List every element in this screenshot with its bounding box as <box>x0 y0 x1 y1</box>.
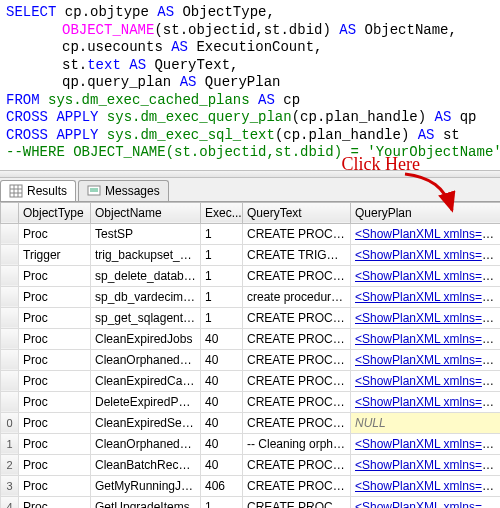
table-row[interactable]: Triggertrig_backupset_d...1CREATE TRIGGE… <box>1 244 501 265</box>
row-header[interactable]: 3 <box>1 475 19 496</box>
cell-exec[interactable]: 40 <box>201 349 243 370</box>
showplan-link[interactable]: <ShowPlanXML xmlns="http <box>355 311 500 325</box>
cell-qtext[interactable]: CREATE PROCE... <box>243 475 351 496</box>
cell-exec[interactable]: 40 <box>201 370 243 391</box>
showplan-link[interactable]: <ShowPlanXML xmlns="http <box>355 269 500 283</box>
cell-qtext[interactable]: CREATE TRIGGE... <box>243 244 351 265</box>
cell-objtype[interactable]: Proc <box>19 454 91 475</box>
cell-exec[interactable]: 1 <box>201 307 243 328</box>
results-grid[interactable]: ObjectType ObjectName Exec... QueryText … <box>0 202 500 509</box>
showplan-link[interactable]: <ShowPlanXML xmlns="http <box>355 500 500 509</box>
cell-objtype[interactable]: Proc <box>19 370 91 391</box>
table-row[interactable]: ProcCleanExpiredCache40CREATE PROCE...<S… <box>1 370 501 391</box>
table-row[interactable]: Procsp_db_vardecima...1create procedure … <box>1 286 501 307</box>
cell-objname[interactable]: sp_get_sqlagent_... <box>91 307 201 328</box>
cell-objname[interactable]: CleanExpiredCache <box>91 370 201 391</box>
row-header[interactable] <box>1 349 19 370</box>
table-row[interactable]: 4ProcGetUpgradeItems1CREATE PROCE...<Sho… <box>1 496 501 508</box>
showplan-link[interactable]: <ShowPlanXML xmlns="http <box>355 374 500 388</box>
cell-objname[interactable]: GetMyRunningJobs <box>91 475 201 496</box>
cell-exec[interactable]: 1 <box>201 286 243 307</box>
row-header[interactable] <box>1 286 19 307</box>
cell-queryplan[interactable]: <ShowPlanXML xmlns="http <box>351 265 501 286</box>
cell-exec[interactable]: 406 <box>201 475 243 496</box>
cell-exec[interactable]: 1 <box>201 244 243 265</box>
cell-objtype[interactable]: Proc <box>19 328 91 349</box>
table-row[interactable]: ProcDeleteExpiredPer...40CREATE PROCE...… <box>1 391 501 412</box>
cell-queryplan[interactable]: <ShowPlanXML xmlns="http <box>351 475 501 496</box>
cell-exec[interactable]: 40 <box>201 328 243 349</box>
showplan-link[interactable]: <ShowPlanXML xmlns="http <box>355 227 500 241</box>
cell-exec[interactable]: 1 <box>201 223 243 244</box>
cell-objname[interactable]: CleanExpiredJobs <box>91 328 201 349</box>
showplan-link[interactable]: <ShowPlanXML xmlns="http <box>355 248 500 262</box>
cell-objtype[interactable]: Proc <box>19 223 91 244</box>
cell-objtype[interactable]: Proc <box>19 433 91 454</box>
row-header[interactable]: 4 <box>1 496 19 508</box>
col-querytext[interactable]: QueryText <box>243 202 351 223</box>
cell-qtext[interactable]: CREATE PROCE... <box>243 454 351 475</box>
cell-objtype[interactable]: Proc <box>19 349 91 370</box>
cell-queryplan[interactable]: <ShowPlanXML xmlns="http <box>351 307 501 328</box>
row-header[interactable] <box>1 244 19 265</box>
cell-qtext[interactable]: CREATE PROCE... <box>243 349 351 370</box>
showplan-link[interactable]: <ShowPlanXML xmlns="http <box>355 437 500 451</box>
cell-queryplan[interactable]: <ShowPlanXML xmlns="http <box>351 244 501 265</box>
cell-objtype[interactable]: Proc <box>19 286 91 307</box>
row-header[interactable] <box>1 328 19 349</box>
row-header[interactable] <box>1 223 19 244</box>
cell-objname[interactable]: sp_delete_databa... <box>91 265 201 286</box>
row-header[interactable] <box>1 370 19 391</box>
row-header[interactable] <box>1 391 19 412</box>
cell-queryplan[interactable]: <ShowPlanXML xmlns="http <box>351 223 501 244</box>
cell-qtext[interactable]: CREATE PROCE... <box>243 307 351 328</box>
cell-qtext[interactable]: CREATE PROCE... <box>243 412 351 433</box>
row-header[interactable]: 1 <box>1 433 19 454</box>
cell-queryplan[interactable]: NULL <box>351 412 501 433</box>
cell-objname[interactable]: DeleteExpiredPer... <box>91 391 201 412</box>
cell-objname[interactable]: CleanOrphanedP... <box>91 433 201 454</box>
cell-objname[interactable]: sp_db_vardecima... <box>91 286 201 307</box>
cell-objname[interactable]: CleanExpiredSess... <box>91 412 201 433</box>
col-objecttype[interactable]: ObjectType <box>19 202 91 223</box>
cell-objname[interactable]: CleanOrphanedTes <box>91 349 201 370</box>
cell-qtext[interactable]: CREATE PROCE... <box>243 265 351 286</box>
showplan-link[interactable]: <ShowPlanXML xmlns="http <box>355 479 500 493</box>
table-row[interactable]: Procsp_get_sqlagent_...1CREATE PROCE...<… <box>1 307 501 328</box>
table-row[interactable]: 2ProcCleanBatchRecor...40CREATE PROCE...… <box>1 454 501 475</box>
cell-exec[interactable]: 40 <box>201 412 243 433</box>
cell-qtext[interactable]: -- Cleaning orphan... <box>243 433 351 454</box>
cell-objtype[interactable]: Trigger <box>19 244 91 265</box>
table-row[interactable]: ProcTestSP1CREATE PROCED...<ShowPlanXML … <box>1 223 501 244</box>
table-row[interactable]: Procsp_delete_databa...1CREATE PROCE...<… <box>1 265 501 286</box>
table-row[interactable]: 3ProcGetMyRunningJobs406CREATE PROCE...<… <box>1 475 501 496</box>
cell-objtype[interactable]: Proc <box>19 265 91 286</box>
cell-objname[interactable]: CleanBatchRecor... <box>91 454 201 475</box>
cell-queryplan[interactable]: <ShowPlanXML xmlns="http <box>351 328 501 349</box>
row-header[interactable] <box>1 265 19 286</box>
cell-objtype[interactable]: Proc <box>19 475 91 496</box>
cell-objname[interactable]: trig_backupset_d... <box>91 244 201 265</box>
table-row[interactable]: ProcCleanOrphanedTes40CREATE PROCE...<Sh… <box>1 349 501 370</box>
row-header[interactable]: 0 <box>1 412 19 433</box>
showplan-link[interactable]: <ShowPlanXML xmlns="http <box>355 332 500 346</box>
cell-queryplan[interactable]: <ShowPlanXML xmlns="http <box>351 454 501 475</box>
cell-queryplan[interactable]: <ShowPlanXML xmlns="http <box>351 370 501 391</box>
cell-exec[interactable]: 40 <box>201 433 243 454</box>
row-header[interactable]: 2 <box>1 454 19 475</box>
cell-exec[interactable]: 1 <box>201 265 243 286</box>
cell-queryplan[interactable]: <ShowPlanXML xmlns="http <box>351 391 501 412</box>
tab-results[interactable]: Results <box>0 180 76 201</box>
cell-objtype[interactable]: Proc <box>19 412 91 433</box>
cell-exec[interactable]: 40 <box>201 454 243 475</box>
cell-qtext[interactable]: CREATE PROCE... <box>243 496 351 508</box>
table-row[interactable]: ProcCleanExpiredJobs40CREATE PROCE...<Sh… <box>1 328 501 349</box>
cell-qtext[interactable]: CREATE PROCE... <box>243 370 351 391</box>
showplan-link[interactable]: <ShowPlanXML xmlns="http <box>355 353 500 367</box>
col-executioncount[interactable]: Exec... <box>201 202 243 223</box>
showplan-link[interactable]: <ShowPlanXML xmlns="http <box>355 290 500 304</box>
cell-qtext[interactable]: create procedure s... <box>243 286 351 307</box>
cell-exec[interactable]: 40 <box>201 391 243 412</box>
cell-exec[interactable]: 1 <box>201 496 243 508</box>
tab-messages[interactable]: Messages <box>78 180 169 201</box>
